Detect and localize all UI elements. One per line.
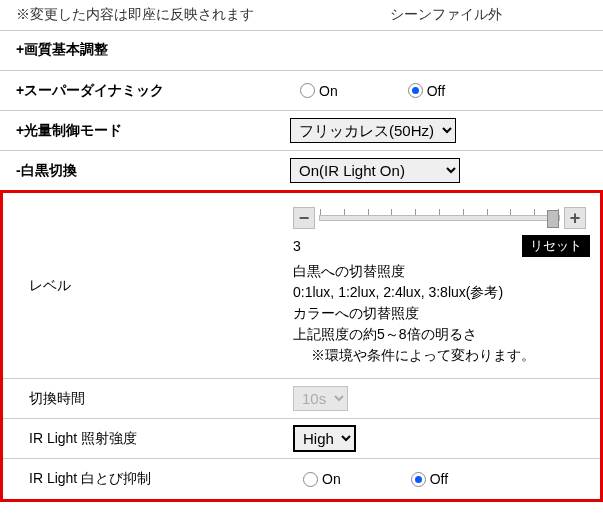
row-level: レベル − + 3 リセット 白黒への切替照 [3,193,600,379]
superdynamic-label[interactable]: +スーパーダイナミック [0,71,280,110]
bw-label[interactable]: -白黒切換 [0,151,280,190]
level-info-line1: 白黒への切替照度 [293,261,535,282]
level-info-line4: 上記照度の約5～8倍の明るさ [293,324,535,345]
note-scenefile: シーンファイル外 [296,6,595,24]
radio-icon [303,472,318,487]
note-immediate: ※変更した内容は即座に反映されます [16,6,296,24]
irlight-whiteout-on[interactable]: On [303,471,341,487]
section-lightcontrol: +光量制御モード フリッカレス(50Hz) [0,111,603,151]
radio-label-on: On [322,471,341,487]
irlight-intensity-select[interactable]: High [293,425,356,452]
level-value: 3 [293,238,301,254]
lightcontrol-label[interactable]: +光量制御モード [0,111,280,150]
row-switchtime: 切換時間 10s [3,379,600,419]
slider-minus-button[interactable]: − [293,207,315,229]
level-slider: − + [293,199,590,231]
irlight-intensity-label: IR Light 照射強度 [3,419,283,458]
settings-panel: ※変更した内容は即座に反映されます シーンファイル外 +画質基本調整 +スーパー… [0,0,603,502]
switchtime-select: 10s [293,386,348,411]
irlight-whiteout-label: IR Light 白とび抑制 [3,459,283,499]
level-info-line5: ※環境や条件によって変わります。 [293,345,535,366]
header-note-row: ※変更した内容は即座に反映されます シーンファイル外 [0,0,603,31]
slider-ticks [320,209,559,215]
radio-label-off: Off [430,471,448,487]
section-bw-switch: -白黒切換 On(IR Light On) [0,151,603,191]
radio-icon [411,472,426,487]
section-image-quality[interactable]: +画質基本調整 [0,31,603,71]
row-irlight-whiteout: IR Light 白とび抑制 On Off [3,459,600,499]
superdynamic-radio-group: On Off [300,83,445,99]
radio-label-off: Off [427,83,445,99]
level-info-line2: 0:1lux, 1:2lux, 2:4lux, 3:8lux(参考) [293,282,535,303]
irlight-whiteout-off[interactable]: Off [411,471,448,487]
slider-thumb[interactable] [547,210,559,228]
radio-icon [408,83,423,98]
section-superdynamic: +スーパーダイナミック On Off [0,71,603,111]
superdynamic-on[interactable]: On [300,83,338,99]
radio-icon [300,83,315,98]
switchtime-label: 切換時間 [3,379,283,418]
bw-detail-frame: レベル − + 3 リセット 白黒への切替照 [0,190,603,502]
row-irlight-intensity: IR Light 照射強度 High [3,419,600,459]
slider-plus-button[interactable]: + [564,207,586,229]
level-info: 白黒への切替照度 0:1lux, 1:2lux, 2:4lux, 3:8lux(… [293,261,535,372]
level-info-line3: カラーへの切替照度 [293,303,535,324]
lightcontrol-select[interactable]: フリッカレス(50Hz) [290,118,456,143]
slider-track[interactable] [319,215,560,221]
reset-button[interactable]: リセット [522,235,590,257]
level-label: レベル [3,193,283,378]
bw-select[interactable]: On(IR Light On) [290,158,460,183]
irlight-whiteout-radio-group: On Off [303,471,448,487]
superdynamic-off[interactable]: Off [408,83,445,99]
section-image-quality-label: +画質基本調整 [0,31,603,70]
radio-label-on: On [319,83,338,99]
